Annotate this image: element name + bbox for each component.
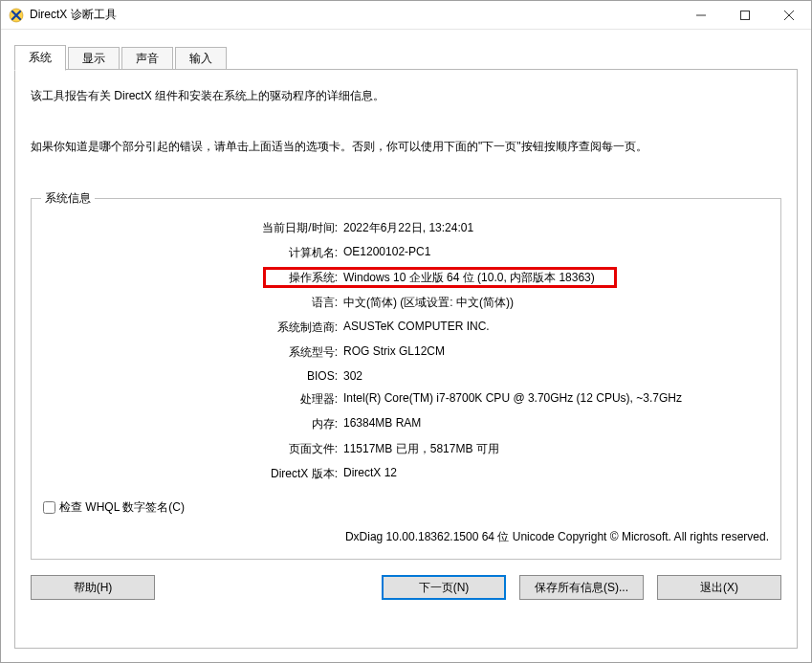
label-lang: 语言: [43,295,338,311]
whql-checkbox[interactable] [43,501,55,514]
next-page-button[interactable]: 下一页(N) [382,575,506,600]
tab-system[interactable]: 系统 [14,45,66,71]
intro-line-1: 该工具报告有关 DirectX 组件和安装在系统上的驱动程序的详细信息。 [31,87,781,105]
tab-sound[interactable]: 声音 [121,47,173,70]
value-lang: 中文(简体) (区域设置: 中文(简体)) [343,295,769,311]
value-mem: 16384MB RAM [343,416,769,432]
minimize-button[interactable] [679,1,723,30]
titlebar: DirectX 诊断工具 [1,1,811,30]
maximize-button[interactable] [723,1,767,30]
exit-button[interactable]: 退出(X) [657,575,781,600]
label-bios: BIOS: [43,369,338,383]
label-dxver: DirectX 版本: [43,466,338,482]
value-maker: ASUSTeK COMPUTER INC. [343,320,769,336]
whql-row: 检查 WHQL 数字签名(C) [43,499,769,516]
value-datetime: 2022年6月22日, 13:24:01 [343,220,769,236]
value-os: Windows 10 企业版 64 位 (10.0, 内部版本 18363) [343,270,769,286]
tab-page-system: 该工具报告有关 DirectX 组件和安装在系统上的驱动程序的详细信息。 如果你… [14,70,798,649]
copyright-line: DxDiag 10.00.18362.1500 64 位 Unicode Cop… [43,529,769,545]
save-all-button[interactable]: 保存所有信息(S)... [519,575,644,600]
value-pagefile: 11517MB 已用，5817MB 可用 [343,441,769,457]
label-computer: 计算机名: [43,245,338,261]
help-button[interactable]: 帮助(H) [31,575,155,600]
save-all-button-label: 保存所有信息(S)... [535,580,628,596]
button-row: 帮助(H) 下一页(N) 保存所有信息(S)... 退出(X) [31,575,781,600]
intro-line-2: 如果你知道是哪个部分引起的错误，请单击上面适当的选项卡。否则，你可以使用下面的"… [31,138,781,156]
system-info-group: 系统信息 当前日期/时间: 2022年6月22日, 13:24:01 计算机名:… [31,198,781,560]
tab-display[interactable]: 显示 [68,47,120,70]
content-area: 系统 显示 声音 输入 该工具报告有关 DirectX 组件和安装在系统上的驱动… [1,30,811,662]
info-rows: 当前日期/时间: 2022年6月22日, 13:24:01 计算机名: OE12… [43,220,769,482]
value-cpu: Intel(R) Core(TM) i7-8700K CPU @ 3.70GHz… [343,391,769,408]
value-computer: OE1200102-PC1 [343,245,769,261]
exit-button-label: 退出(X) [700,580,738,596]
svg-rect-1 [741,11,750,19]
tab-input[interactable]: 输入 [175,47,227,70]
group-legend: 系统信息 [41,190,95,207]
label-mem: 内存: [43,416,338,432]
value-bios: 302 [343,369,769,383]
window-title: DirectX 诊断工具 [30,7,117,23]
label-os: 操作系统: [43,270,338,286]
close-button[interactable] [767,1,811,30]
label-maker: 系统制造商: [43,320,338,336]
directx-icon [9,8,24,23]
label-cpu: 处理器: [43,391,338,408]
tabstrip: 系统 显示 声音 输入 [14,47,798,70]
label-datetime: 当前日期/时间: [43,220,338,236]
label-model: 系统型号: [43,344,338,361]
next-page-button-label: 下一页(N) [419,580,470,596]
label-pagefile: 页面文件: [43,441,338,457]
value-model: ROG Strix GL12CM [343,344,769,361]
help-button-label: 帮助(H) [74,580,113,596]
value-dxver: DirectX 12 [343,466,769,482]
whql-label[interactable]: 检查 WHQL 数字签名(C) [59,499,185,516]
